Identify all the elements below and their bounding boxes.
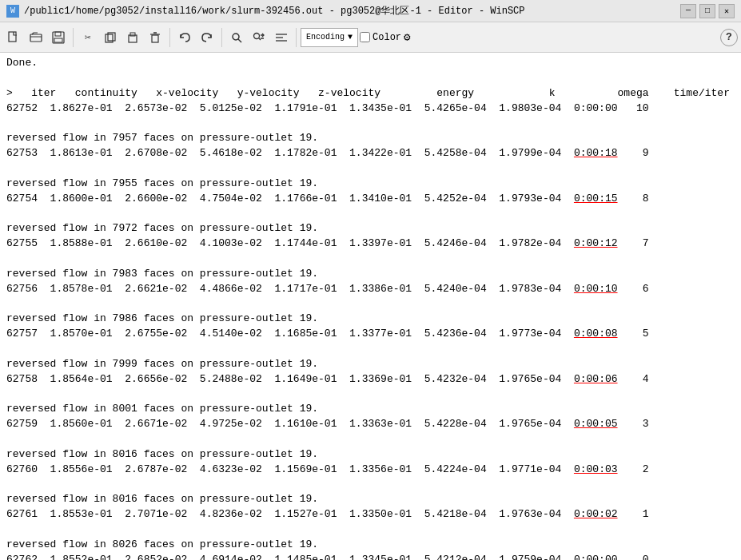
encoding-label: Encoding [306,33,345,42]
titlebar-controls[interactable]: ─ □ ✕ [680,4,735,18]
svg-rect-3 [55,32,61,36]
color-label: Color [372,32,401,43]
replace-button[interactable] [249,27,269,48]
goto-button[interactable] [271,27,292,48]
encoding-chevron: ▼ [348,33,353,42]
delete-button[interactable] [145,27,165,48]
titlebar-left: W /public1/home/pg3052/install16/work/sl… [6,4,525,18]
cut-button[interactable]: ✂ [78,27,98,48]
color-settings-icon[interactable]: ⚙ [404,30,410,44]
find-button[interactable] [226,27,247,48]
titlebar-title: /public1/home/pg3052/install16/work/slur… [24,4,525,18]
svg-rect-1 [30,34,42,42]
undo-button[interactable] [174,27,195,48]
open-button[interactable] [26,27,46,48]
svg-rect-0 [9,32,16,42]
redo-button[interactable] [197,27,217,48]
color-group: Color ⚙ [360,30,410,44]
svg-point-12 [233,34,239,40]
svg-line-13 [238,39,241,42]
separator-4 [296,28,297,47]
help-button[interactable]: ? [720,29,738,46]
close-button[interactable]: ✕ [719,4,735,18]
copy-button[interactable] [100,27,121,48]
svg-point-14 [254,33,260,38]
separator-1 [73,28,74,47]
svg-rect-4 [54,38,62,42]
svg-line-15 [259,38,261,40]
svg-rect-9 [152,35,158,42]
content-area[interactable]: Done. > iter continuity x-velocity y-vel… [0,53,741,560]
minimize-button[interactable]: ─ [680,4,696,18]
paste-button[interactable] [122,27,143,48]
encoding-dropdown[interactable]: Encoding ▼ [301,28,358,47]
toolbar: ✂ Encoding ▼ Color ⚙ ? [0,22,741,53]
titlebar: W /public1/home/pg3052/install16/work/sl… [0,0,741,22]
color-checkbox[interactable] [360,32,370,42]
save-button[interactable] [48,27,69,48]
separator-2 [169,28,170,47]
maximize-button[interactable]: □ [699,4,715,18]
separator-3 [221,28,222,47]
new-button[interactable] [3,27,24,48]
app-icon: W [6,5,19,18]
